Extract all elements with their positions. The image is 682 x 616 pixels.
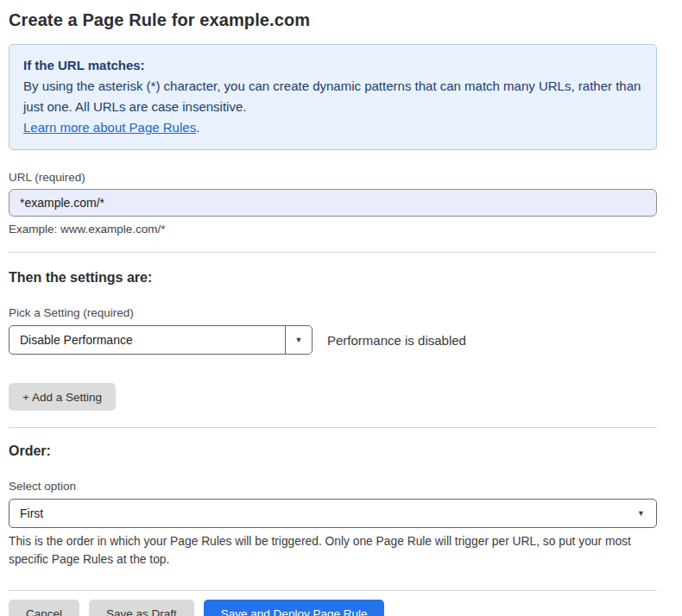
url-match-info-box: If the URL matches: By using the asteris… xyxy=(9,44,657,150)
order-select-label: Select option xyxy=(9,480,657,493)
caret-down-icon: ▼ xyxy=(295,336,303,344)
order-select-value: First xyxy=(9,506,637,520)
cancel-button[interactable]: Cancel xyxy=(9,600,79,616)
setting-select-value: Disable Performance xyxy=(9,333,285,347)
setting-select[interactable]: Disable Performance ▼ xyxy=(9,325,313,355)
pick-setting-label: Pick a Setting (required) xyxy=(9,306,657,319)
info-box-heading: If the URL matches: xyxy=(23,55,642,76)
setting-status-text: Performance is disabled xyxy=(327,333,466,348)
caret-down-icon: ▼ xyxy=(637,510,656,518)
setting-row: Disable Performance ▼ Performance is dis… xyxy=(9,325,657,355)
create-page-rule-form: Create a Page Rule for example.com If th… xyxy=(0,0,682,616)
order-section-heading: Order: xyxy=(9,443,657,459)
url-field-label: URL (required) xyxy=(9,171,657,184)
divider xyxy=(9,252,657,253)
url-example-text: Example: www.example.com/* xyxy=(9,223,657,236)
add-setting-button[interactable]: + Add a Setting xyxy=(9,383,116,411)
settings-section-heading: Then the settings are: xyxy=(9,270,657,286)
link-suffix: . xyxy=(196,120,199,135)
divider xyxy=(9,590,657,591)
learn-more-link[interactable]: Learn more about Page Rules xyxy=(23,120,196,135)
url-input[interactable] xyxy=(9,189,657,217)
info-box-link-line: Learn more about Page Rules. xyxy=(23,117,642,138)
order-help-text: This is the order in which your Page Rul… xyxy=(9,532,657,569)
page-title: Create a Page Rule for example.com xyxy=(9,10,657,30)
setting-select-arrow-button[interactable]: ▼ xyxy=(285,326,312,354)
form-actions: Cancel Save as Draft Save and Deploy Pag… xyxy=(9,600,657,616)
save-as-draft-button[interactable]: Save as Draft xyxy=(89,600,194,616)
info-box-body: By using the asterisk (*) character, you… xyxy=(23,76,642,117)
divider xyxy=(9,427,657,428)
save-and-deploy-button[interactable]: Save and Deploy Page Rule xyxy=(204,600,385,616)
order-select[interactable]: First ▼ xyxy=(9,499,657,528)
